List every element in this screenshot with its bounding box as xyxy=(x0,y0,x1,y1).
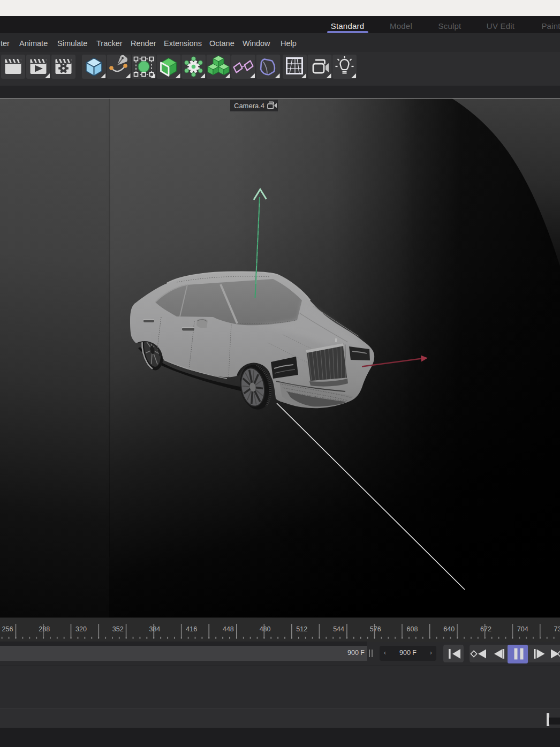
svg-text:384: 384 xyxy=(149,625,160,633)
svg-text:480: 480 xyxy=(260,625,271,633)
svg-text:640: 640 xyxy=(443,625,455,633)
svg-text:448: 448 xyxy=(223,625,234,633)
svg-text:288: 288 xyxy=(39,625,50,633)
svg-text:352: 352 xyxy=(112,625,124,633)
svg-text:320: 320 xyxy=(75,625,87,633)
svg-text:Camera.4: Camera.4 xyxy=(234,102,264,110)
svg-text:608: 608 xyxy=(407,625,418,633)
svg-text:416: 416 xyxy=(186,625,197,633)
svg-text:736: 736 xyxy=(554,625,560,633)
svg-text:704: 704 xyxy=(517,625,528,633)
svg-text:512: 512 xyxy=(296,625,307,633)
svg-text:256: 256 xyxy=(2,625,13,633)
svg-text:544: 544 xyxy=(333,625,344,633)
svg-text:672: 672 xyxy=(480,625,491,633)
svg-text:576: 576 xyxy=(370,625,381,633)
